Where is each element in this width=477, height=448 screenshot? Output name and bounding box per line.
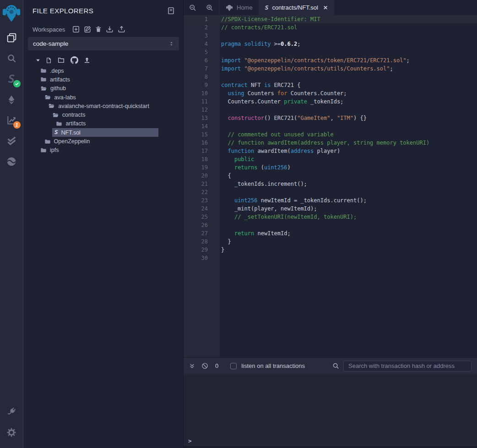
code-line[interactable]: 14 — [184, 122, 477, 130]
code-line[interactable]: 1//SPDX-License-Identifier: MIT — [184, 15, 477, 23]
add-workspace-icon[interactable] — [72, 26, 80, 33]
line-content — [208, 32, 477, 40]
restore-workspaces-icon[interactable] — [118, 26, 125, 33]
selected-file-highlight: SNFT.sol — [52, 128, 158, 137]
code-line[interactable]: 22 — [184, 188, 477, 196]
code-line[interactable]: 12 — [184, 106, 477, 114]
terminal-prompt: > — [188, 437, 192, 444]
new-file-icon[interactable] — [46, 57, 52, 64]
tree-item-avalanche-smart-contract-quickstart[interactable]: avalanche-smart-contract-quickstart — [24, 102, 183, 110]
line-number: 20 — [184, 172, 208, 180]
tree-item-openzeppelin[interactable]: OpenZeppelin — [24, 137, 183, 146]
code-line[interactable]: 19 returns (uint256) — [184, 163, 477, 172]
line-content — [208, 73, 477, 81]
code-line[interactable]: 26 — [184, 221, 477, 229]
listen-transactions-checkbox[interactable] — [230, 363, 237, 369]
code-line[interactable]: 13 constructor() ERC721("GameItem", "ITM… — [184, 114, 477, 122]
deploy-and-run-icon[interactable] — [0, 89, 23, 110]
file-explorer-header: FILE EXPLORERS — [24, 0, 183, 15]
line-number: 3 — [184, 32, 208, 40]
expand-terminal-icon[interactable] — [189, 363, 195, 369]
line-content: // commented out unused variable — [208, 130, 477, 139]
code-line[interactable]: 6import "@openzeppelin/contracts/token/E… — [184, 56, 477, 65]
code-editor[interactable]: 1//SPDX-License-Identifier: MIT2// contr… — [184, 15, 477, 357]
terminal-search-icon[interactable] — [332, 362, 339, 369]
tree-item-nft-sol[interactable]: SNFT.sol — [24, 128, 183, 137]
code-line[interactable]: 2// contracts/ERC721.sol — [184, 23, 477, 32]
line-number: 17 — [184, 147, 208, 155]
code-line[interactable]: 16 // function awardItem(address player,… — [184, 139, 477, 147]
close-tab-icon[interactable]: ✕ — [323, 5, 328, 11]
code-line[interactable]: 25 // _setTokenURI(newItemId, tokenURI); — [184, 213, 477, 221]
workspace-select[interactable]: code-sample — [28, 37, 179, 50]
tree-item-github[interactable]: github — [24, 84, 183, 93]
code-line[interactable]: 7import "@openzeppelin/contracts/utils/C… — [184, 65, 477, 73]
code-line[interactable]: 24 _mint(player, newItemId); — [184, 205, 477, 213]
line-number: 13 — [184, 114, 208, 122]
sourcify-icon[interactable] — [0, 151, 23, 172]
workspace-info-icon[interactable] — [167, 7, 175, 15]
panel-title: FILE EXPLORERS — [33, 7, 93, 15]
new-folder-icon[interactable] — [57, 57, 65, 64]
tree-item--deps[interactable]: .deps — [24, 66, 183, 75]
search-icon[interactable] — [0, 48, 23, 69]
unit-testing-icon[interactable] — [0, 130, 23, 151]
tree-item-contracts[interactable]: contracts — [24, 110, 183, 119]
zoom-in-icon[interactable] — [206, 4, 213, 11]
code-line[interactable]: 5 — [184, 48, 477, 56]
file-explorers-icon[interactable] — [0, 27, 23, 48]
code-line[interactable]: 10 using Counters for Counters.Counter; — [184, 89, 477, 97]
folder-icon — [40, 147, 47, 153]
solidity-compiler-icon[interactable]: S — [0, 69, 23, 89]
line-number: 27 — [184, 229, 208, 237]
tab-home[interactable]: Home — [219, 0, 259, 15]
tree-item-ipfs[interactable]: ipfs — [24, 146, 183, 155]
tree-item-label: artifacts — [65, 120, 86, 127]
delete-workspace-icon[interactable] — [95, 26, 102, 33]
code-line[interactable]: 23 uint256 newItemId = _tokenIds.current… — [184, 196, 477, 205]
code-line[interactable]: 9contract NFT is ERC721 { — [184, 81, 477, 89]
solidity-file-icon: S — [54, 130, 58, 135]
code-line[interactable]: 15 // commented out unused variable — [184, 130, 477, 139]
remix-logo-icon[interactable] — [0, 3, 23, 23]
compiled-check-badge — [13, 80, 21, 87]
tree-toolbar — [24, 56, 183, 64]
code-line[interactable]: 17 function awardItem(address player) — [184, 147, 477, 155]
code-line[interactable]: 29} — [184, 246, 477, 254]
static-analysis-icon[interactable]: 1 — [0, 110, 23, 130]
code-line[interactable]: 8 — [184, 73, 477, 81]
line-number: 24 — [184, 205, 208, 213]
line-number: 2 — [184, 23, 208, 32]
code-line[interactable]: 11 Counters.Counter private _tokenIds; — [184, 97, 477, 106]
code-line[interactable]: 18 public — [184, 155, 477, 163]
code-line[interactable]: 3 — [184, 32, 477, 40]
tree-item-ava-labs[interactable]: ava-labs — [24, 93, 183, 102]
line-number: 8 — [184, 73, 208, 81]
terminal-search-input[interactable] — [343, 361, 472, 372]
code-line[interactable]: 4pragma solidity >=0.6.2; — [184, 40, 477, 48]
download-workspaces-icon[interactable] — [106, 26, 114, 33]
clear-console-icon[interactable] — [201, 362, 208, 369]
tab-nft-sol[interactable]: S contracts/NFT.sol ✕ — [259, 0, 334, 15]
tree-item-artifacts[interactable]: artifacts — [24, 75, 183, 84]
code-line[interactable]: 27 return newItemId; — [184, 229, 477, 237]
tree-item-artifacts[interactable]: artifacts — [24, 119, 183, 128]
code-line[interactable]: 21 _tokenIds.increment(); — [184, 180, 477, 188]
editor-tabbar: Home S contracts/NFT.sol ✕ — [184, 0, 477, 15]
rename-workspace-icon[interactable] — [84, 26, 91, 33]
line-content: pragma solidity >=0.6.2; — [208, 40, 477, 48]
clone-github-icon[interactable] — [70, 56, 78, 64]
terminal-output[interactable]: > — [184, 374, 477, 448]
code-line[interactable]: 30 — [184, 254, 477, 262]
zoom-out-icon[interactable] — [189, 4, 196, 11]
line-number: 19 — [184, 163, 208, 172]
code-line[interactable]: 20 { — [184, 172, 477, 180]
line-content: public — [208, 155, 477, 163]
collapse-caret-icon[interactable] — [36, 58, 40, 63]
publish-to-gist-icon[interactable] — [84, 57, 90, 64]
code-line[interactable]: 28 } — [184, 237, 477, 246]
line-number: 1 — [184, 15, 208, 23]
settings-icon[interactable] — [0, 422, 23, 443]
plugin-manager-icon[interactable] — [0, 401, 23, 422]
line-number: 9 — [184, 81, 208, 89]
